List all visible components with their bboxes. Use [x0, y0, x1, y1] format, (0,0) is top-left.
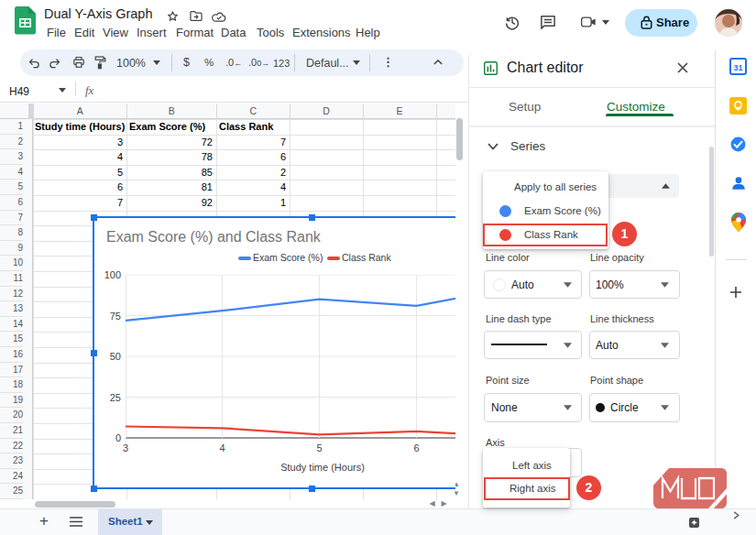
svg-text:31: 31: [733, 63, 742, 72]
